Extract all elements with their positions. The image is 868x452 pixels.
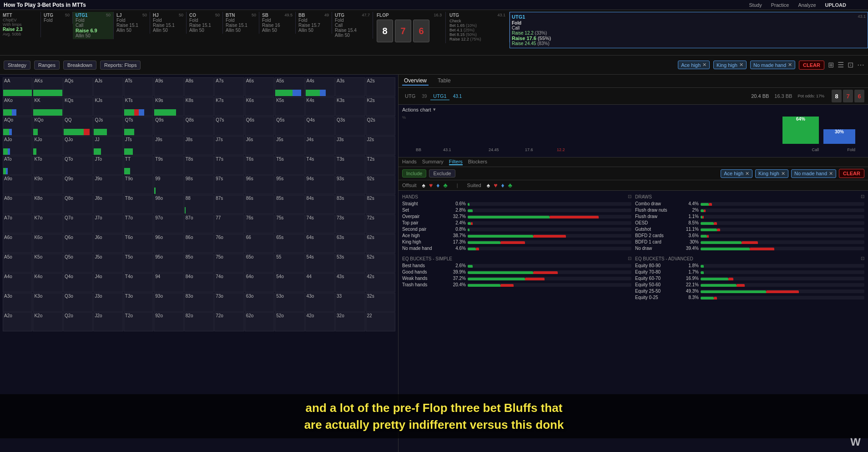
hand-cell-t9s[interactable]: T9s [154,156,183,175]
hand-cell-43s[interactable]: 43s [335,273,365,292]
tab-hands[interactable]: Hands [402,159,417,165]
hand-cell-k8s[interactable]: K8s [184,97,214,116]
hand-cell-j5s[interactable]: J5s [275,136,304,155]
expand-draws-icon[interactable]: ⊡ [861,194,864,199]
hand-cell-t5o[interactable]: T5o [124,254,153,273]
ranges-btn[interactable]: Ranges [34,61,60,70]
pos-utg1-selector[interactable]: UTG1 [430,92,449,100]
hand-cell-t4o[interactable]: T4o [124,273,153,292]
expand-hands-icon[interactable]: ⊡ [628,194,631,199]
hand-cell-j5o[interactable]: J5o [93,254,123,273]
hand-cell-j2o[interactable]: J2o [93,312,123,331]
hand-cell-54s[interactable]: 54s [305,254,335,273]
hand-cell-k7o[interactable]: K7o [33,214,62,234]
hand-cell-j4s[interactable]: J4s [305,136,335,155]
hand-cell-k6s[interactable]: K6s [245,97,274,116]
hand-cell-75o[interactable]: 75o [214,254,244,273]
hand-cell-k7s[interactable]: K7s [214,97,244,116]
actions-chart-chevron[interactable]: ▾ [433,107,436,112]
hand-cell-q8s[interactable]: Q8s [184,117,214,136]
hand-cell-qjs[interactable]: QJs [93,117,123,136]
hand-cell-52o[interactable]: 52o [275,312,304,331]
include-btn[interactable]: Include [402,169,426,178]
hand-cell-a7o[interactable]: A7o [3,214,32,234]
hand-cell-t2s[interactable]: T2s [366,156,395,175]
grid-icon[interactable]: ⊞ [828,61,834,69]
hand-cell-j3s[interactable]: J3s [335,136,365,155]
hand-cell-k9s[interactable]: K9s [154,97,183,116]
tab-filters[interactable]: Filters [449,159,463,165]
hand-cell-22[interactable]: 22 [366,312,395,331]
right-filter-tag-king-high[interactable]: King high ✕ [755,169,788,178]
hand-cell-j6s[interactable]: J6s [245,136,274,155]
hand-cell-k2s[interactable]: K2s [366,97,395,116]
hand-cell-kjo[interactable]: KJo [33,136,62,155]
hand-cell-82s[interactable]: 82s [366,195,395,214]
hand-cell-k4o[interactable]: K4o [33,273,62,292]
hand-cell-62s[interactable]: 62s [366,234,395,253]
hand-cell-k2o[interactable]: K2o [33,312,62,331]
hand-cell-64s[interactable]: 64s [305,234,335,253]
hand-cell-ajo[interactable]: AJo [3,136,32,155]
hand-cell-q5o[interactable]: Q5o [63,254,93,273]
hand-cell-a5s[interactable]: A5s [275,77,304,96]
hand-cell-86s[interactable]: 86s [245,195,274,214]
hand-cell-t5s[interactable]: T5s [275,156,304,175]
hand-cell-92o[interactable]: 92o [154,312,183,331]
hand-cell-q4o[interactable]: Q4o [63,273,93,292]
hand-cell-94[interactable]: 94 [154,273,183,292]
hand-cell-k8o[interactable]: K8o [33,195,62,214]
tab-blockers[interactable]: Blockers [468,159,487,165]
hand-cell-ato[interactable]: ATo [3,156,32,175]
right-filter-tag-no-made-hand[interactable]: No made hand ✕ [791,169,836,178]
hand-cell-t6o[interactable]: T6o [124,234,153,253]
hand-cell-74o[interactable]: 74o [214,273,244,292]
filter-tag-king-high[interactable]: King high ✕ [713,61,747,69]
hand-cell-q2o[interactable]: Q2o [63,312,93,331]
nav-analyze[interactable]: Analyze [798,2,816,8]
hand-cell-65s[interactable]: 65s [275,234,304,253]
close-no-made-hand[interactable]: ✕ [788,62,792,68]
hand-cell-76o[interactable]: 76o [214,234,244,253]
hand-cell-k3s[interactable]: K3s [335,97,365,116]
hand-cell-a2s[interactable]: A2s [366,77,395,96]
suited-club-icon[interactable]: ♣ [508,182,512,189]
hand-cell-55[interactable]: 55 [275,254,304,273]
hand-cell-jj[interactable]: JJ [93,136,123,155]
hand-cell-64o[interactable]: 64o [245,273,274,292]
hand-cell-q7s[interactable]: Q7s [214,117,244,136]
hand-cell-j4o[interactable]: J4o [93,273,123,292]
hand-cell-t7s[interactable]: T7s [214,156,244,175]
hand-cell-93o[interactable]: 93o [154,293,183,312]
hand-cell-k9o[interactable]: K9o [33,175,62,194]
hand-cell-73s[interactable]: 73s [335,214,365,234]
hand-cell-tt[interactable]: TT [124,156,153,175]
exclude-btn[interactable]: Exclude [429,169,455,178]
hand-cell-ats[interactable]: ATs [124,77,153,96]
filter-tag-ace-high[interactable]: Ace high ✕ [678,61,710,69]
nav-study[interactable]: Study [749,2,762,8]
hand-cell-87s[interactable]: 87s [214,195,244,214]
clear-btn[interactable]: CLEAR [799,61,824,70]
hand-cell-82o[interactable]: 82o [184,312,214,331]
hand-cell-74s[interactable]: 74s [305,214,335,234]
hand-cell-kk[interactable]: KK [33,97,62,116]
hand-cell-72s[interactable]: 72s [366,214,395,234]
hand-cell-q8o[interactable]: Q8o [63,195,93,214]
table-icon[interactable]: ⊡ [848,61,853,69]
hand-cell-a3o[interactable]: A3o [3,293,32,312]
hand-cell-q4s[interactable]: Q4s [305,117,335,136]
hand-cell-32o[interactable]: 32o [335,312,365,331]
hand-cell-qjo[interactable]: QJo [63,136,93,155]
filter-tag-no-made-hand[interactable]: No made hand ✕ [750,61,795,69]
hand-cell-q3o[interactable]: Q3o [63,293,93,312]
hand-cell-t2o[interactable]: T2o [124,312,153,331]
hand-cell-83s[interactable]: 83s [335,195,365,214]
hand-cell-q3s[interactable]: Q3s [335,117,365,136]
hand-cell-k3o[interactable]: K3o [33,293,62,312]
hand-cell-a4o[interactable]: A4o [3,273,32,292]
hand-cell-j6o[interactable]: J6o [93,234,123,253]
nav-upload[interactable]: UPLOAD [825,2,846,8]
hand-cell-aqs[interactable]: AQs [63,77,93,96]
expand-eq-icon[interactable]: ⊡ [628,256,631,261]
